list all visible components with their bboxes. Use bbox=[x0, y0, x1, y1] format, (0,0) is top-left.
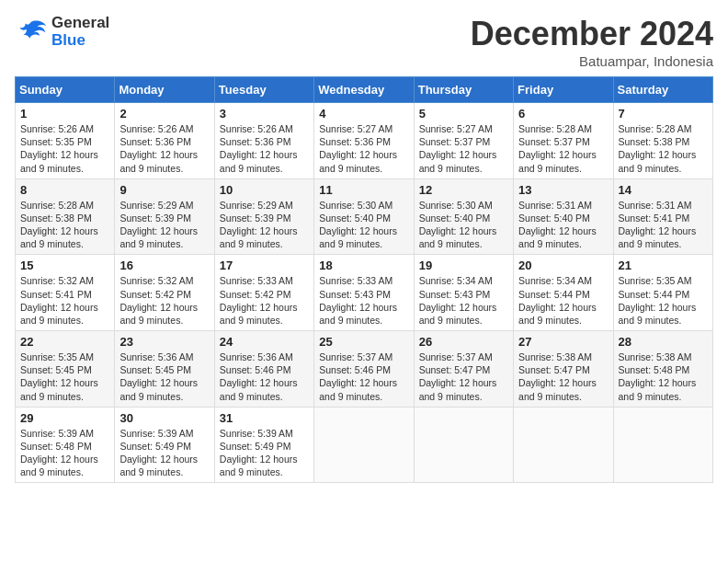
logo-blue: Blue bbox=[51, 31, 85, 49]
calendar-week-row: 8Sunrise: 5:28 AMSunset: 5:38 PMDaylight… bbox=[16, 178, 713, 255]
day-info: Sunrise: 5:38 AMSunset: 5:48 PMDaylight:… bbox=[619, 351, 697, 402]
day-info: Sunrise: 5:37 AMSunset: 5:46 PMDaylight:… bbox=[319, 351, 397, 402]
calendar-cell: 31Sunrise: 5:39 AMSunset: 5:49 PMDayligh… bbox=[214, 407, 313, 483]
day-number: 28 bbox=[619, 335, 708, 349]
logo-general: General bbox=[51, 14, 109, 31]
calendar-cell: 16Sunrise: 5:32 AMSunset: 5:42 PMDayligh… bbox=[115, 255, 214, 331]
calendar-cell bbox=[414, 407, 513, 483]
weekday-header-friday: Friday bbox=[514, 77, 613, 103]
day-number: 15 bbox=[20, 259, 109, 272]
day-info: Sunrise: 5:39 AMSunset: 5:49 PMDaylight:… bbox=[119, 428, 198, 478]
day-number: 26 bbox=[419, 335, 508, 349]
day-info: Sunrise: 5:39 AMSunset: 5:49 PMDaylight:… bbox=[220, 428, 298, 478]
day-info: Sunrise: 5:35 AMSunset: 5:45 PMDaylight:… bbox=[20, 351, 98, 402]
calendar-cell: 12Sunrise: 5:30 AMSunset: 5:40 PMDayligh… bbox=[414, 178, 513, 255]
day-number: 29 bbox=[20, 411, 109, 425]
day-info: Sunrise: 5:34 AMSunset: 5:44 PMDaylight:… bbox=[518, 275, 597, 326]
calendar-cell: 27Sunrise: 5:38 AMSunset: 5:47 PMDayligh… bbox=[514, 331, 613, 408]
calendar-cell: 15Sunrise: 5:32 AMSunset: 5:41 PMDayligh… bbox=[16, 255, 115, 331]
calendar-week-row: 22Sunrise: 5:35 AMSunset: 5:45 PMDayligh… bbox=[16, 331, 713, 408]
calendar-cell: 1Sunrise: 5:26 AMSunset: 5:35 PMDaylight… bbox=[16, 103, 115, 179]
day-info: Sunrise: 5:30 AMSunset: 5:40 PMDaylight:… bbox=[419, 200, 497, 250]
calendar-cell: 9Sunrise: 5:29 AMSunset: 5:39 PMDaylight… bbox=[115, 178, 214, 255]
day-number: 25 bbox=[319, 335, 408, 349]
calendar-cell: 10Sunrise: 5:29 AMSunset: 5:39 PMDayligh… bbox=[214, 178, 313, 255]
month-title: December 2024 bbox=[471, 15, 713, 53]
day-number: 20 bbox=[518, 259, 608, 272]
day-info: Sunrise: 5:36 AMSunset: 5:46 PMDaylight:… bbox=[220, 351, 298, 402]
calendar-week-row: 1Sunrise: 5:26 AMSunset: 5:35 PMDaylight… bbox=[16, 103, 713, 179]
calendar-cell: 3Sunrise: 5:26 AMSunset: 5:36 PMDaylight… bbox=[214, 103, 313, 179]
weekday-header-sunday: Sunday bbox=[16, 77, 115, 103]
logo: General Blue bbox=[15, 15, 109, 49]
weekday-header-row: SundayMondayTuesdayWednesdayThursdayFrid… bbox=[16, 77, 713, 103]
day-number: 9 bbox=[119, 183, 209, 197]
day-info: Sunrise: 5:32 AMSunset: 5:42 PMDaylight:… bbox=[119, 275, 198, 326]
location-text: Batuampar, Indonesia bbox=[471, 53, 713, 69]
calendar-cell: 7Sunrise: 5:28 AMSunset: 5:38 PMDaylight… bbox=[613, 103, 712, 179]
day-number: 7 bbox=[619, 107, 708, 121]
day-number: 2 bbox=[119, 107, 209, 121]
day-number: 16 bbox=[119, 259, 209, 272]
calendar-cell: 25Sunrise: 5:37 AMSunset: 5:46 PMDayligh… bbox=[314, 331, 414, 408]
day-info: Sunrise: 5:27 AMSunset: 5:36 PMDaylight:… bbox=[319, 123, 397, 174]
day-number: 10 bbox=[220, 183, 309, 197]
calendar-cell: 17Sunrise: 5:33 AMSunset: 5:42 PMDayligh… bbox=[214, 255, 313, 331]
day-info: Sunrise: 5:31 AMSunset: 5:41 PMDaylight:… bbox=[619, 200, 697, 250]
calendar-cell bbox=[514, 407, 613, 483]
day-info: Sunrise: 5:26 AMSunset: 5:36 PMDaylight:… bbox=[119, 123, 198, 174]
day-info: Sunrise: 5:29 AMSunset: 5:39 PMDaylight:… bbox=[119, 200, 198, 250]
day-info: Sunrise: 5:33 AMSunset: 5:42 PMDaylight:… bbox=[220, 275, 298, 326]
day-number: 3 bbox=[220, 107, 309, 121]
day-info: Sunrise: 5:31 AMSunset: 5:40 PMDaylight:… bbox=[518, 200, 597, 250]
day-info: Sunrise: 5:28 AMSunset: 5:37 PMDaylight:… bbox=[518, 123, 597, 174]
calendar-cell: 8Sunrise: 5:28 AMSunset: 5:38 PMDaylight… bbox=[16, 178, 115, 255]
day-number: 24 bbox=[220, 335, 309, 349]
day-info: Sunrise: 5:39 AMSunset: 5:48 PMDaylight:… bbox=[20, 428, 98, 478]
calendar-cell: 28Sunrise: 5:38 AMSunset: 5:48 PMDayligh… bbox=[613, 331, 712, 408]
day-number: 14 bbox=[619, 183, 708, 197]
calendar-cell: 22Sunrise: 5:35 AMSunset: 5:45 PMDayligh… bbox=[16, 331, 115, 408]
day-number: 17 bbox=[220, 259, 309, 272]
day-number: 11 bbox=[319, 183, 408, 197]
logo-text-container: General Blue bbox=[51, 15, 109, 49]
day-number: 6 bbox=[518, 107, 608, 121]
day-number: 27 bbox=[518, 335, 608, 349]
day-info: Sunrise: 5:29 AMSunset: 5:39 PMDaylight:… bbox=[220, 200, 298, 250]
calendar-week-row: 15Sunrise: 5:32 AMSunset: 5:41 PMDayligh… bbox=[16, 255, 713, 331]
day-number: 5 bbox=[419, 107, 508, 121]
calendar-cell bbox=[314, 407, 414, 483]
day-number: 21 bbox=[619, 259, 708, 272]
calendar-cell: 20Sunrise: 5:34 AMSunset: 5:44 PMDayligh… bbox=[514, 255, 613, 331]
day-info: Sunrise: 5:38 AMSunset: 5:47 PMDaylight:… bbox=[518, 351, 597, 402]
day-info: Sunrise: 5:27 AMSunset: 5:37 PMDaylight:… bbox=[419, 123, 497, 174]
day-number: 4 bbox=[319, 107, 408, 121]
calendar-cell: 30Sunrise: 5:39 AMSunset: 5:49 PMDayligh… bbox=[115, 407, 214, 483]
calendar-week-row: 29Sunrise: 5:39 AMSunset: 5:48 PMDayligh… bbox=[16, 407, 713, 483]
day-info: Sunrise: 5:36 AMSunset: 5:45 PMDaylight:… bbox=[119, 351, 198, 402]
day-number: 22 bbox=[20, 335, 109, 349]
calendar-cell: 2Sunrise: 5:26 AMSunset: 5:36 PMDaylight… bbox=[115, 103, 214, 179]
day-info: Sunrise: 5:37 AMSunset: 5:47 PMDaylight:… bbox=[419, 351, 497, 402]
day-number: 31 bbox=[220, 411, 309, 425]
day-number: 23 bbox=[119, 335, 209, 349]
calendar-cell: 4Sunrise: 5:27 AMSunset: 5:36 PMDaylight… bbox=[314, 103, 414, 179]
day-info: Sunrise: 5:34 AMSunset: 5:43 PMDaylight:… bbox=[419, 275, 497, 326]
calendar-cell bbox=[613, 407, 712, 483]
calendar-cell: 14Sunrise: 5:31 AMSunset: 5:41 PMDayligh… bbox=[613, 178, 712, 255]
calendar-cell: 23Sunrise: 5:36 AMSunset: 5:45 PMDayligh… bbox=[115, 331, 214, 408]
day-info: Sunrise: 5:32 AMSunset: 5:41 PMDaylight:… bbox=[20, 275, 98, 326]
day-info: Sunrise: 5:33 AMSunset: 5:43 PMDaylight:… bbox=[319, 275, 397, 326]
weekday-header-wednesday: Wednesday bbox=[314, 77, 414, 103]
calendar-cell: 5Sunrise: 5:27 AMSunset: 5:37 PMDaylight… bbox=[414, 103, 513, 179]
calendar-cell: 21Sunrise: 5:35 AMSunset: 5:44 PMDayligh… bbox=[613, 255, 712, 331]
logo-bird-icon bbox=[15, 17, 48, 47]
day-number: 13 bbox=[518, 183, 608, 197]
day-info: Sunrise: 5:35 AMSunset: 5:44 PMDaylight:… bbox=[619, 275, 697, 326]
day-info: Sunrise: 5:28 AMSunset: 5:38 PMDaylight:… bbox=[20, 200, 98, 250]
calendar-cell: 13Sunrise: 5:31 AMSunset: 5:40 PMDayligh… bbox=[514, 178, 613, 255]
calendar-cell: 29Sunrise: 5:39 AMSunset: 5:48 PMDayligh… bbox=[16, 407, 115, 483]
calendar-cell: 19Sunrise: 5:34 AMSunset: 5:43 PMDayligh… bbox=[414, 255, 513, 331]
day-info: Sunrise: 5:28 AMSunset: 5:38 PMDaylight:… bbox=[619, 123, 697, 174]
weekday-header-monday: Monday bbox=[115, 77, 214, 103]
